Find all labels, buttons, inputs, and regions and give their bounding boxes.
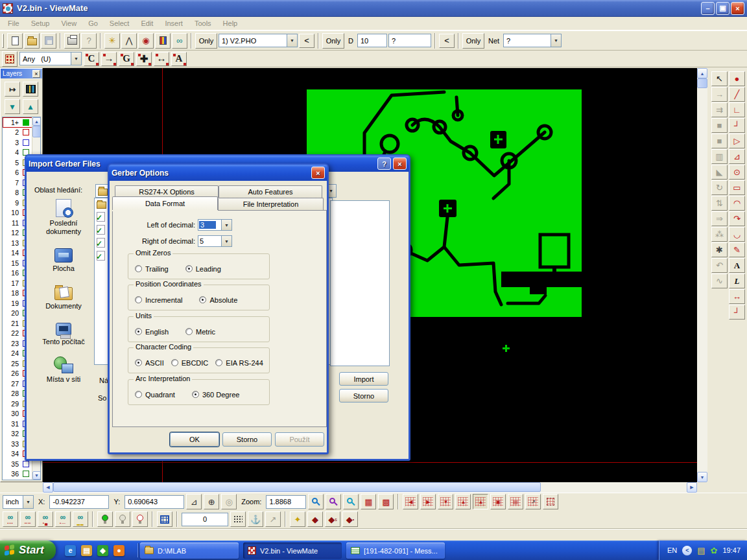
- dcode-view-marked-button[interactable]: ∞ ▂▂: [73, 511, 88, 527]
- move-item-button[interactable]: →: [711, 87, 728, 102]
- insert-layer-button[interactable]: ↦: [5, 82, 20, 97]
- chevron-down-icon[interactable]: [551, 34, 561, 47]
- layer-color-checkbox[interactable]: [23, 119, 29, 126]
- dimension-tool-button[interactable]: ↔: [729, 289, 745, 304]
- new-file-button[interactable]: [7, 33, 23, 49]
- right-of-decimal-combobox[interactable]: 5: [198, 235, 232, 247]
- close-button[interactable]: ×: [731, 2, 744, 15]
- flash-pad-button[interactable]: ●: [729, 71, 745, 86]
- only-dcode-button[interactable]: Only: [322, 33, 344, 49]
- grid-spacing-field[interactable]: 0: [182, 513, 228, 526]
- menu-item[interactable]: View: [55, 18, 82, 29]
- draw-arc-button[interactable]: ◠: [729, 196, 745, 211]
- pan-down-button[interactable]: ▼: [438, 494, 453, 509]
- radio-icon[interactable]: [135, 359, 142, 366]
- tile-windows-button[interactable]: [157, 511, 172, 527]
- measure-view-button[interactable]: ∞: [172, 33, 187, 49]
- folder-quicklaunch-icon[interactable]: ▤: [81, 545, 92, 556]
- task-button[interactable]: D:\MLAB: [140, 542, 239, 559]
- task-button[interactable]: V2.bin - ViewMate: [243, 542, 342, 559]
- mirror-vertical-button[interactable]: ◣: [711, 165, 728, 180]
- pan-right-button[interactable]: ▶: [420, 494, 436, 509]
- ie-quicklaunch-icon[interactable]: e: [65, 545, 76, 556]
- net-combobox[interactable]: ?: [503, 34, 562, 47]
- hook-tool-button[interactable]: ┘: [729, 305, 745, 320]
- dcode-view-dots-button[interactable]: ∞ •••: [3, 511, 18, 527]
- previous-net-button[interactable]: <: [439, 34, 455, 48]
- grid-fill-button[interactable]: ▩: [378, 494, 394, 509]
- menu-item[interactable]: Select: [104, 18, 136, 29]
- layers-panel-close-button[interactable]: ×: [32, 70, 40, 78]
- close-icon[interactable]: ×: [311, 167, 325, 179]
- radio-icon[interactable]: [135, 296, 142, 303]
- apply-button[interactable]: Použít: [275, 432, 324, 447]
- pan-left-button[interactable]: ◀: [403, 494, 418, 509]
- dcode-view-shapes-button[interactable]: ∞ ▪▄: [38, 511, 53, 527]
- select-cursor-button[interactable]: ↖: [711, 71, 728, 86]
- pad-diamond-dot-button[interactable]: ◆•: [342, 511, 358, 527]
- tab[interactable]: Auto Features: [219, 185, 322, 198]
- gerber-dialog-titlebar[interactable]: Gerber Options ×: [109, 165, 327, 181]
- scrollbar-thumb[interactable]: [697, 78, 707, 88]
- draw-rectangle-button[interactable]: ▭: [729, 180, 745, 195]
- layer-ref-bulb-button[interactable]: [132, 511, 148, 527]
- radio-icon[interactable]: [192, 391, 199, 398]
- menu-item[interactable]: Setup: [25, 18, 56, 29]
- print-button[interactable]: [64, 33, 80, 49]
- import-cancel-button[interactable]: Storno: [339, 389, 388, 402]
- menu-item[interactable]: Edit: [135, 18, 159, 29]
- radio-option[interactable]: Trailing: [135, 265, 169, 273]
- dcode-chart-button[interactable]: ⋀: [121, 33, 137, 49]
- radio-option[interactable]: ASCII: [135, 359, 164, 367]
- grid-pads-button[interactable]: ▦: [361, 494, 376, 509]
- draw-curve-button[interactable]: ↷: [729, 211, 745, 226]
- draw-circle-button[interactable]: ⊙: [729, 165, 745, 180]
- angle-measure-button[interactable]: ⊿: [186, 494, 202, 509]
- dcode-view-mixed-button[interactable]: ∞ •—: [55, 511, 71, 527]
- file-item-icon[interactable]: [97, 212, 105, 222]
- copy-items-button[interactable]: ⇉: [711, 102, 728, 117]
- restore-button[interactable]: ▣: [716, 2, 729, 15]
- select-region-button[interactable]: [543, 494, 558, 509]
- chevron-down-icon[interactable]: [23, 496, 33, 508]
- radio-icon[interactable]: [171, 359, 178, 366]
- dcode-input[interactable]: 10: [357, 34, 387, 47]
- layer-off-bulb-button[interactable]: [115, 511, 130, 527]
- layers-table-button[interactable]: [23, 82, 38, 97]
- only-net-button[interactable]: Only: [462, 33, 484, 49]
- radio-icon[interactable]: [135, 391, 142, 398]
- draw-corner-button[interactable]: ┘: [729, 118, 745, 133]
- radio-option[interactable]: Quadrant: [135, 391, 175, 399]
- origin-target-button[interactable]: ⊕: [204, 494, 219, 509]
- open-file-button[interactable]: [24, 33, 40, 49]
- edit-nodes-button[interactable]: ∿: [711, 274, 728, 288]
- move-layer-down-button[interactable]: ▼: [5, 99, 20, 114]
- swap-items-button[interactable]: ⇅: [711, 196, 728, 211]
- start-button[interactable]: Start: [0, 541, 56, 560]
- pad-diamond-button[interactable]: ◆: [307, 511, 323, 527]
- draw-line-button[interactable]: ╱: [729, 87, 745, 102]
- help-button[interactable]: ?: [377, 158, 391, 170]
- pan-up-button[interactable]: ▲: [455, 494, 471, 509]
- scatter-items-button[interactable]: ⁂: [711, 227, 728, 242]
- stretch-snap-button[interactable]: ↗: [265, 511, 281, 527]
- draw-arc-ccw-button[interactable]: ◡: [729, 227, 745, 242]
- scroll-down-icon[interactable]: ▼: [32, 471, 41, 480]
- selection-filter-combobox[interactable]: Any (U): [19, 52, 82, 65]
- rotate-item-button[interactable]: ↻: [711, 180, 728, 195]
- draw-aperture-button[interactable]: ▷: [729, 134, 745, 148]
- file-item-icon[interactable]: [97, 238, 105, 248]
- ok-button[interactable]: OK: [170, 432, 219, 447]
- place-item[interactable]: Místa v síti: [34, 356, 93, 384]
- scrollbar-thumb[interactable]: [53, 482, 541, 492]
- unit-combobox[interactable]: inch: [3, 495, 34, 509]
- chevron-down-icon[interactable]: [221, 220, 231, 230]
- close-icon[interactable]: ×: [393, 158, 407, 170]
- scroll-down-icon[interactable]: ▼: [697, 472, 707, 482]
- radio-icon[interactable]: [185, 265, 193, 272]
- radio-option[interactable]: Incremental: [135, 296, 182, 304]
- settings-gear-button[interactable]: ✱: [711, 242, 728, 257]
- layer-color-checkbox[interactable]: [23, 139, 29, 146]
- import-button[interactable]: Import: [339, 372, 388, 386]
- menu-item[interactable]: Go: [82, 18, 104, 29]
